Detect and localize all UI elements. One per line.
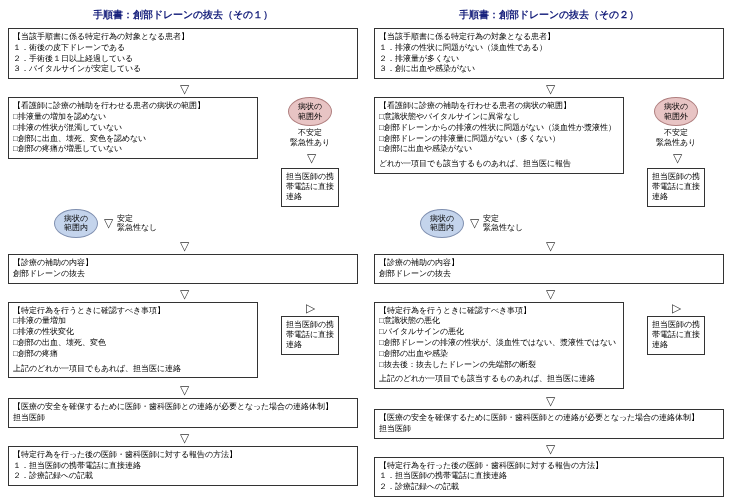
line: □バイタルサインの悪化 [379, 327, 619, 338]
oval-in-range: 病状の範囲内 [420, 209, 464, 238]
line: □抜去後：抜去したドレーンの先端部の断裂 [379, 360, 619, 371]
hd: 【診療の補助の内容】 [13, 258, 353, 269]
oval-out-of-range: 病状の範囲外 [288, 97, 332, 126]
line: 創部ドレーンの抜去 [379, 269, 719, 280]
line: １．担当医師の携帯電話に直接連絡 [13, 461, 353, 472]
hd: 【当該手順書に係る特定行為の対象となる患者】 [13, 32, 353, 43]
line: □意識状態の悪化 [379, 316, 619, 327]
row-in-range: 病状の範囲内 ▽ 安定緊急性なし [374, 209, 724, 238]
line: □創部ドレーンの排液量に問題がない（多くない） [379, 134, 619, 145]
hd: 【特定行為を行った後の医師・歯科医師に対する報告の方法】 [379, 461, 719, 472]
hd: 【看護師に診療の補助を行わせる患者の病状の範囲】 [379, 101, 619, 112]
line: ２．手術後１日以上経過している [13, 54, 353, 65]
row-condition: 【看護師に診療の補助を行わせる患者の病状の範囲】 □意識状態やバイタルサインに異… [374, 97, 724, 207]
box-condition-range: 【看護師に診療の補助を行わせる患者の病状の範囲】 □排液量の増加を認めない □排… [8, 97, 258, 159]
line: □創部ドレーンからの排液の性状に問題がない（淡血性か漿液性） [379, 123, 619, 134]
arrow-down-icon: ▽ [307, 152, 314, 164]
arrow-right-icon: ▷ [306, 302, 315, 314]
line: □排液の量増加 [13, 316, 253, 327]
hd: 【特定行為を行うときに確認すべき事項】 [13, 306, 253, 317]
line: □意識状態やバイタルサインに異常なし [379, 112, 619, 123]
box-target-patient: 【当該手順書に係る特定行為の対象となる患者】 １．術後の皮下ドレーンである ２．… [8, 28, 358, 79]
line: １．担当医師の携帯電話に直接連絡 [379, 471, 719, 482]
label-unstable: 不安定緊急性あり [656, 128, 696, 147]
line: □創部に出血や感染がない [379, 144, 619, 155]
side-contact: ▷ 担当医師の携帯電話に直接連絡 [262, 302, 358, 355]
hd: 【特定行為を行うときに確認すべき事項】 [379, 306, 619, 317]
line: □排液の性状が混濁していない [13, 123, 253, 134]
oval-out-of-range: 病状の範囲外 [654, 97, 698, 126]
box-target-patient: 【当該手順書に係る特定行為の対象となる患者】 １．排液の性状に問題がない（淡血性… [374, 28, 724, 79]
line: 上記のどれか一項目でも該当するものあれば、担当医に連絡 [379, 374, 619, 385]
line: □創部の出血や感染 [379, 349, 619, 360]
box-assist-content: 【診療の補助の内容】 創部ドレーンの抜去 [374, 254, 724, 284]
flow-right: 手順書：創部ドレーンの抜去（その２） 【当該手順書に係る特定行為の対象となる患者… [374, 8, 724, 501]
hd: 【診療の補助の内容】 [379, 258, 719, 269]
box-contact-doctor: 担当医師の携帯電話に直接連絡 [647, 316, 705, 355]
side-out-of-range: 病状の範囲外 不安定緊急性あり ▽ 担当医師の携帯電話に直接連絡 [628, 97, 724, 207]
page: 手順書：創部ドレーンの抜去（その１） 【当該手順書に係る特定行為の対象となる患者… [8, 8, 724, 501]
label-stable: 安定緊急性なし [483, 214, 523, 233]
box-contact-doctor: 担当医師の携帯電話に直接連絡 [647, 168, 705, 207]
hd: 【当該手順書に係る特定行為の対象となる患者】 [379, 32, 719, 43]
arrow-down-icon: ▽ [374, 443, 724, 455]
box-contact-doctor: 担当医師の携帯電話に直接連絡 [281, 316, 339, 355]
box-contact-system: 【医療の安全を確保するために医師・歯科医師との連絡が必要となった場合の連絡体制】… [374, 409, 724, 439]
oval-in-range: 病状の範囲内 [54, 209, 98, 238]
box-report-method: 【特定行為を行った後の医師・歯科医師に対する報告の方法】 １．担当医師の携帯電話… [8, 446, 358, 486]
arrow-down-icon: ▽ [374, 288, 724, 300]
line: どれか一項目でも該当するものあれば、担当医に報告 [379, 159, 619, 170]
box-contact-doctor: 担当医師の携帯電話に直接連絡 [281, 168, 339, 207]
line: □創部に出血、壊死、変色を認めない [13, 134, 253, 145]
line: ２．診療記録への記載 [13, 471, 353, 482]
row-condition: 【看護師に診療の補助を行わせる患者の病状の範囲】 □排液量の増加を認めない □排… [8, 97, 358, 207]
line: １．排液の性状に問題がない（淡血性である） [379, 43, 719, 54]
hd: 【特定行為を行った後の医師・歯科医師に対する報告の方法】 [13, 450, 353, 461]
row-check-items: 【特定行為を行うときに確認すべき事項】 □排液の量増加 □排液の性状変化 □創部… [8, 302, 358, 383]
box-assist-content: 【診療の補助の内容】 創部ドレーンの抜去 [8, 254, 358, 284]
side-contact: ▷ 担当医師の携帯電話に直接連絡 [628, 302, 724, 355]
line: ２．診療記録への記載 [379, 482, 719, 493]
hd: 【医療の安全を確保するために医師・歯科医師との連絡が必要となった場合の連絡体制】 [13, 402, 353, 413]
arrow-down-icon: ▽ [8, 240, 358, 252]
line: 担当医師 [379, 424, 719, 435]
box-condition-range: 【看護師に診療の補助を行わせる患者の病状の範囲】 □意識状態やバイタルサインに異… [374, 97, 624, 174]
arrow-down-icon: ▽ [374, 395, 724, 407]
arrow-down-icon: ▽ [673, 152, 680, 164]
line: 担当医師 [13, 413, 353, 424]
line: １．術後の皮下ドレーンである [13, 43, 353, 54]
line: □創部ドレーンの排液の性状が、淡血性ではない、漿液性ではない [379, 338, 619, 349]
arrow-right-icon: ▷ [672, 302, 681, 314]
line: 創部ドレーンの抜去 [13, 269, 353, 280]
label-stable: 安定緊急性なし [117, 214, 157, 233]
box-check-items: 【特定行為を行うときに確認すべき事項】 □排液の量増加 □排液の性状変化 □創部… [8, 302, 258, 379]
line: ３．バイタルサインが安定している [13, 64, 353, 75]
line: □排液量の増加を認めない [13, 112, 253, 123]
line: ２．排液量が多くない [379, 54, 719, 65]
arrow-down-icon: ▽ [8, 288, 358, 300]
row-in-range: 病状の範囲内 ▽ 安定緊急性なし [8, 209, 358, 238]
line: □排液の性状変化 [13, 327, 253, 338]
arrow-down-icon: ▽ [374, 83, 724, 95]
arrow-down-icon: ▽ [8, 83, 358, 95]
title-left: 手順書：創部ドレーンの抜去（その１） [8, 8, 358, 22]
arrow-down-icon: ▽ [104, 217, 111, 229]
box-contact-system: 【医療の安全を確保するために医師・歯科医師との連絡が必要となった場合の連絡体制】… [8, 398, 358, 428]
side-out-of-range: 病状の範囲外 不安定緊急性あり ▽ 担当医師の携帯電話に直接連絡 [262, 97, 358, 207]
line: □創部の出血、壊死、変色 [13, 338, 253, 349]
hd: 【看護師に診療の補助を行わせる患者の病状の範囲】 [13, 101, 253, 112]
line: □創部の疼痛が増悪していない [13, 144, 253, 155]
hd: 【医療の安全を確保するために医師・歯科医師との連絡が必要となった場合の連絡体制】 [379, 413, 719, 424]
title-right: 手順書：創部ドレーンの抜去（その２） [374, 8, 724, 22]
box-check-items: 【特定行為を行うときに確認すべき事項】 □意識状態の悪化 □バイタルサインの悪化… [374, 302, 624, 390]
arrow-down-icon: ▽ [8, 432, 358, 444]
line: ３．創に出血や感染がない [379, 64, 719, 75]
box-report-method: 【特定行為を行った後の医師・歯科医師に対する報告の方法】 １．担当医師の携帯電話… [374, 457, 724, 497]
arrow-down-icon: ▽ [470, 217, 477, 229]
row-check-items: 【特定行為を行うときに確認すべき事項】 □意識状態の悪化 □バイタルサインの悪化… [374, 302, 724, 394]
arrow-down-icon: ▽ [374, 240, 724, 252]
arrow-down-icon: ▽ [8, 384, 358, 396]
line: □創部の疼痛 [13, 349, 253, 360]
line: 上記のどれか一項目でもあれば、担当医に連絡 [13, 364, 253, 375]
flow-left: 手順書：創部ドレーンの抜去（その１） 【当該手順書に係る特定行為の対象となる患者… [8, 8, 358, 501]
